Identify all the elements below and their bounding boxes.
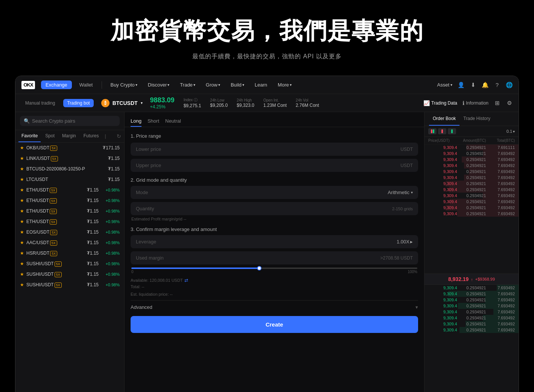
star-icon[interactable]: ★ (20, 187, 24, 193)
ob-view-buy[interactable] (448, 128, 456, 134)
ob-sell-row[interactable]: 9,309.40.29349217.691111 (424, 144, 519, 150)
cat-tab-favorite[interactable]: Favorite (18, 130, 41, 142)
star-icon[interactable]: ★ (20, 177, 24, 182)
ob-sell-row[interactable]: 9,309.40.29349217.693492 (424, 181, 519, 187)
transfer-icon[interactable]: ⇄ (184, 278, 188, 283)
ob-sell-row[interactable]: 9,309.40.29349217.693492 (424, 156, 519, 163)
nav-buy-crypto[interactable]: Buy Crypto ▾ (106, 82, 141, 88)
search-input[interactable] (32, 118, 116, 124)
star-icon[interactable]: ★ (20, 156, 24, 161)
star-icon[interactable]: ★ (20, 251, 24, 256)
ob-sell-row[interactable]: 9,309.40.29349217.693492 (424, 193, 519, 199)
information-btn[interactable]: ℹ Information (462, 100, 488, 106)
pair-item[interactable]: ★SUSHI/USDT5X₮1.15+0.98% (15, 258, 124, 269)
star-icon[interactable]: ★ (20, 145, 24, 150)
ob-buy-price: 9,309.4 (428, 292, 457, 296)
trading-bot-btn[interactable]: Trading bot (63, 99, 93, 107)
nav-learn[interactable]: Learn (251, 82, 271, 88)
ob-buy-row[interactable]: 9,309.40.29349217.693492 (424, 291, 519, 297)
pair-item[interactable]: ★OKB/USDT5X₮171.15 (15, 143, 124, 153)
used-margin-row[interactable]: Used margin >2708.58 USDT (131, 251, 418, 264)
star-icon[interactable]: ★ (20, 261, 24, 266)
star-icon[interactable]: ★ (20, 208, 24, 214)
star-icon[interactable]: ★ (20, 282, 24, 287)
pair-item[interactable]: ★LINK/USDT5X₮1.15 (15, 153, 124, 164)
ob-buy-total: 7.693492 (486, 322, 515, 326)
ob-buy-row[interactable]: 9,309.40.29349217.693492 (424, 285, 519, 291)
pair-item[interactable]: ★HSR/USDT5X₮1.15+0.98% (15, 248, 124, 258)
ob-sell-row[interactable]: 9,309.40.29349217.693492 (424, 169, 519, 175)
create-button[interactable]: Create (131, 316, 418, 333)
pair-item[interactable]: ★LTC/USDT₮1.15 (15, 174, 124, 185)
advanced-row[interactable]: Advanced ▾ (131, 300, 418, 314)
manual-trading-btn[interactable]: Manual trading (21, 99, 59, 107)
nav-discover[interactable]: Discover ▾ (144, 82, 173, 88)
quantity-row[interactable]: Quantity 2-150 grids (131, 202, 418, 215)
pair-item[interactable]: ★EOS/USDT5X₮1.15+0.98% (15, 227, 124, 237)
user-icon[interactable]: 👤 (458, 82, 464, 88)
more-cats-btn[interactable]: | (103, 134, 107, 139)
asset-dropdown[interactable]: Asset ▾ (437, 82, 452, 88)
ob-buy-row[interactable]: 9,309.40.29349217.693492 (424, 309, 519, 315)
globe-icon[interactable]: 🌐 (506, 82, 513, 88)
pair-item[interactable]: ★SUSHI/USDT5X₮1.15+0.98% (15, 280, 124, 290)
pair-name[interactable]: BTCUSDT (113, 100, 138, 106)
star-icon[interactable]: ★ (20, 229, 24, 235)
ob-sell-row[interactable]: 9,309.40.29349217.693492 (424, 211, 519, 217)
star-icon[interactable]: ★ (20, 198, 24, 203)
ob-sell-row[interactable]: 9,309.40.29349217.693492 (424, 150, 519, 156)
pair-item[interactable]: ★ETH/USDT5X₮1.15+0.98% (15, 195, 124, 206)
tab-neutral[interactable]: Neutral (165, 116, 181, 127)
nav-grow[interactable]: Grow ▾ (202, 82, 224, 88)
ob-buy-row[interactable]: 9,309.40.29349217.693492 (424, 315, 519, 321)
precision-chevron-icon: ▾ (513, 129, 515, 134)
help-icon[interactable]: ? (494, 82, 501, 88)
star-icon[interactable]: ★ (20, 166, 24, 172)
pair-item[interactable]: ★ETH/USDT5X₮1.15+0.98% (15, 185, 124, 195)
star-icon[interactable]: ★ (20, 272, 24, 277)
trading-data-btn[interactable]: 📈 Trading Data (423, 100, 457, 106)
star-icon[interactable]: ★ (20, 219, 24, 224)
nav-trade[interactable]: Trade ▾ (176, 82, 199, 88)
refresh-icon[interactable]: ↻ (117, 133, 121, 139)
nav-more[interactable]: More ▾ (274, 82, 295, 88)
ob-buy-row[interactable]: 9,309.40.29349217.693492 (424, 327, 519, 333)
nav-tab-exchange[interactable]: Exchange (41, 81, 72, 89)
ob-sell-row[interactable]: 9,309.40.29349217.693492 (424, 199, 519, 205)
ob-sell-row[interactable]: 9,309.40.29349217.693492 (424, 175, 519, 181)
tab-long[interactable]: Long (131, 116, 141, 127)
cat-tab-spot[interactable]: Spot (42, 130, 58, 142)
pair-item[interactable]: ★BTCUSD-20200806-10250-P₮1.15 (15, 164, 124, 174)
nav-build[interactable]: Build ▾ (227, 82, 248, 88)
cat-tab-futures[interactable]: Futures (81, 130, 102, 142)
ob-sell-row[interactable]: 9,309.40.29349217.693492 (424, 163, 519, 169)
ob-view-sell[interactable] (438, 128, 446, 134)
nav-tab-wallet[interactable]: Wallet (75, 81, 97, 89)
pair-item[interactable]: ★AAC/USDT5X₮1.15+0.98% (15, 237, 124, 248)
settings-icon[interactable]: ⚙ (506, 100, 513, 106)
ob-sell-row[interactable]: 9,309.40.29349217.693492 (424, 205, 519, 211)
pair-item[interactable]: ★SUSHI/USDT5X₮1.15+0.98% (15, 269, 124, 280)
notification-icon[interactable]: 🔔 (482, 82, 488, 88)
tab-short[interactable]: Short (148, 116, 159, 127)
ob-view-both[interactable] (428, 128, 437, 134)
upper-price-input[interactable]: Upper price USDT (131, 159, 418, 172)
ob-buy-row[interactable]: 9,309.40.29349217.693492 (424, 303, 519, 309)
tab-trade-history[interactable]: Trade History (459, 112, 494, 126)
slider-wrap[interactable]: 0 100% (131, 267, 418, 275)
layout-icon[interactable]: ⊞ (494, 100, 501, 106)
lower-price-input[interactable]: Lower price USDT (131, 143, 418, 156)
ob-buy-row[interactable]: 9,309.40.29349217.693492 (424, 321, 519, 327)
star-icon[interactable]: ★ (20, 240, 24, 245)
pair-item[interactable]: ★ETH/USDT5X₮1.15+0.98% (15, 216, 124, 227)
ob-sell-row[interactable]: 9,309.40.29349217.693492 (424, 187, 519, 193)
tab-order-book[interactable]: Order Book (429, 112, 459, 126)
pair-item[interactable]: ★ETH/USDT5X₮1.15+0.98% (15, 206, 124, 216)
ob-buy-row[interactable]: 9,309.40.29349217.693492 (424, 297, 519, 303)
cat-tab-margin[interactable]: Margin (59, 130, 79, 142)
mode-row[interactable]: Mode Arithmetic ▾ (131, 186, 418, 199)
leverage-row[interactable]: Leverage 1.00X ▸ (131, 235, 418, 248)
ob-precision[interactable]: 0.1 ▾ (507, 129, 515, 134)
ob-header: Price(USDT) Amount(BTC) Total(BTC) (424, 137, 519, 144)
download-icon[interactable]: ⬇ (470, 82, 476, 88)
